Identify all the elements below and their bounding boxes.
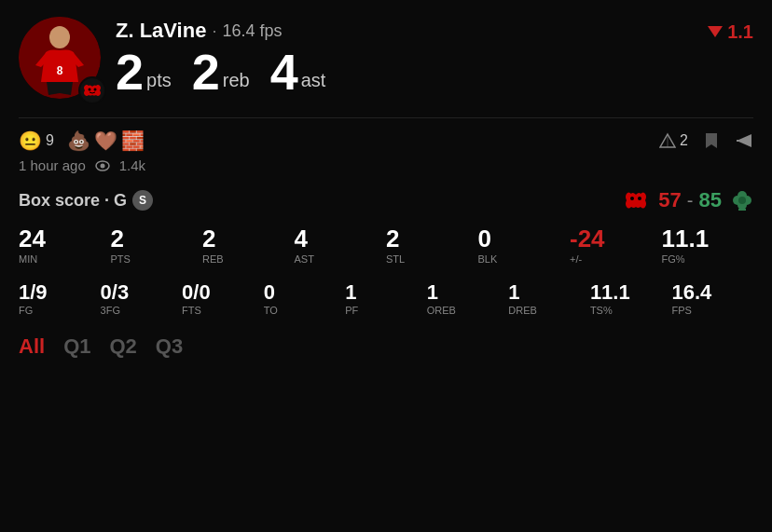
stats-row-1: 24MIN2PTS2REB4AST2STL0BLK-24+/-11.1FG% [19, 224, 753, 266]
stat-label-blk: BLK [478, 253, 498, 265]
ast-value: 4 [270, 47, 298, 97]
stat-cell-ast: 4AST [295, 224, 387, 266]
stat-cell2-fts: 0/0FTS [182, 280, 264, 318]
ast-label: ast [301, 70, 326, 91]
emoji-neutral[interactable]: 😐 [19, 130, 42, 152]
reb-label: reb [223, 70, 250, 91]
player-header: 8 Z. LaVine · 16.4 fps [19, 17, 753, 101]
quarter-tabs: AllQ1Q2Q3 [19, 334, 753, 359]
stat-value-pts: 2 [111, 225, 124, 252]
stat-cell2-to: 0TO [264, 280, 346, 318]
svg-point-3 [89, 89, 91, 91]
bookmark-icon[interactable] [703, 131, 720, 150]
stat-value-stl: 2 [386, 225, 399, 252]
stat-value2-fg: 1/9 [19, 281, 48, 304]
stat-label2-fts: FTS [182, 305, 201, 316]
stat-value-min: 24 [19, 225, 46, 252]
svg-point-1 [49, 26, 70, 48]
mode-badge[interactable]: S [132, 190, 153, 211]
quarter-tab-q2[interactable]: Q2 [109, 334, 136, 359]
player-name-row: Z. LaVine · 16.4 fps 1.1 [116, 19, 753, 43]
stat-value2-oreb: 1 [427, 281, 438, 304]
stat-cell2-ts%: 11.1TS% [590, 280, 672, 318]
stat-cell-pts: 2PTS [111, 224, 203, 266]
stat-value2-dreb: 1 [508, 281, 519, 304]
stat-value-fg%: 11.1 [662, 225, 710, 252]
stat-label-ast: AST [295, 253, 314, 265]
player-name: Z. LaVine [116, 19, 206, 43]
separator: · [212, 21, 216, 41]
emoji-bear[interactable]: 🤎 [94, 130, 117, 152]
svg-text:8: 8 [57, 64, 63, 77]
stat-label-fg%: FG% [662, 253, 685, 265]
stat-value2-3fg: 0/3 [101, 281, 130, 304]
meta-row: 1 hour ago 1.4k [19, 157, 753, 173]
box-score-header: Box score · G S 57 - 85 [19, 188, 753, 212]
team-badge [78, 76, 106, 104]
stat-label2-fg: FG [19, 305, 33, 316]
stat-value2-pf: 1 [345, 281, 356, 304]
stat-cell2-pf: 1PF [345, 280, 427, 318]
box-score-label: Box score · G [19, 191, 127, 210]
stat-cell-reb: 2REB [202, 224, 295, 266]
quarter-tab-all[interactable]: All [19, 334, 45, 359]
stat-value-ast: 4 [295, 225, 308, 252]
stat-cell-blk: 0BLK [478, 224, 571, 266]
svg-point-12 [630, 197, 634, 200]
fantasy-value: 1.1 [727, 21, 753, 43]
stat-label-reb: REB [202, 253, 224, 265]
divider-1 [19, 117, 753, 118]
emoji-poop[interactable]: 💩 [67, 130, 90, 152]
stat-cell2-fg: 1/9FG [19, 280, 101, 318]
actions-right: 2 [659, 131, 753, 150]
stat-label2-ts%: TS% [590, 305, 613, 316]
stat-cell2-oreb: 1OREB [427, 280, 509, 318]
svg-rect-20 [738, 209, 746, 211]
emoji-brick[interactable]: 🧱 [121, 130, 145, 152]
pts-value: 2 [116, 47, 144, 97]
away-score: 85 [699, 188, 722, 212]
stat-label-+/-: +/- [570, 253, 582, 265]
stat-label-pts: PTS [111, 253, 131, 265]
stat-label-stl: STL [386, 253, 405, 265]
svg-point-4 [94, 89, 97, 91]
stat-value2-fps: 16.4 [671, 281, 711, 304]
stat-label2-fps: FPS [671, 305, 691, 316]
reaction-count: 9 [46, 132, 54, 149]
quarter-tab-q3[interactable]: Q3 [156, 334, 183, 359]
stat-cell2-dreb: 1DREB [508, 280, 590, 318]
stat-label2-oreb: OREB [427, 305, 456, 316]
pts-label: pts [146, 70, 172, 91]
player-fps: 16.4 fps [222, 21, 282, 41]
bulls-score-icon [623, 189, 649, 211]
stat-cell-fg%: 11.1FG% [662, 224, 754, 266]
avatar: 8 [19, 17, 103, 101]
stat-value-+/-: -24 [570, 225, 605, 252]
time-ago: 1 hour ago [19, 157, 86, 173]
score-display: 57 - 85 [623, 188, 753, 212]
stat-label2-3fg: 3FG [101, 305, 120, 316]
stat-value2-fts: 0/0 [182, 281, 211, 304]
stat-label-min: MIN [19, 253, 37, 265]
prism-icon [659, 132, 676, 149]
quarter-tab-q1[interactable]: Q1 [63, 334, 90, 359]
stat-label2-to: TO [264, 305, 278, 316]
share-icon[interactable] [735, 132, 753, 149]
stat-cell-stl: 2STL [386, 224, 478, 266]
bulls-badge-icon [82, 82, 103, 99]
stats-row-2: 1/9FG0/33FG0/0FTS0TO1PF1OREB1DREB11.1TS%… [19, 280, 753, 318]
svg-point-11 [100, 163, 104, 168]
stat-value2-ts%: 11.1 [590, 281, 630, 304]
stat-cell2-fps: 16.4FPS [671, 280, 753, 318]
svg-point-13 [638, 197, 641, 200]
reb-value: 2 [192, 47, 220, 97]
player-info: Z. LaVine · 16.4 fps 1.1 2 pts 2 reb 4 a… [116, 17, 753, 97]
svg-marker-5 [708, 26, 723, 37]
main-stats-row: 2 pts 2 reb 4 ast [116, 47, 753, 97]
prism-badge[interactable]: 2 [659, 132, 688, 149]
svg-point-18 [738, 197, 746, 204]
stat-cell-min: 24MIN [19, 224, 111, 266]
box-score-title: Box score · G [19, 191, 127, 211]
stat-value2-to: 0 [264, 281, 275, 304]
reactions-row: 😐 9 💩 🤎 🧱 2 [19, 130, 753, 152]
